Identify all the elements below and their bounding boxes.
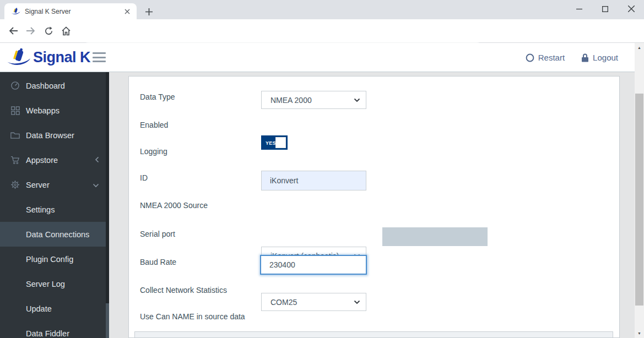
sidebar-label: Dashboard [26,81,65,90]
app-header: Signal K Restart Logout [0,43,635,72]
restart-icon [526,53,534,62]
forward-button[interactable] [22,22,40,40]
tab-title: Signal K Server [25,8,122,15]
tab-close-icon[interactable] [122,7,132,17]
signalk-logo[interactable]: Signal K [7,46,90,68]
serial-port-value: COM25 [270,298,297,307]
sidebar-item-webapps[interactable]: Webapps [0,98,106,123]
sidebar-item-dashboard[interactable]: Dashboard [0,73,106,98]
sidebar-item-settings[interactable]: Settings [0,197,106,222]
browser-toolbar: localhost:3000/admin/#/serverConfigurati… [0,19,644,43]
lock-icon [581,53,589,62]
gear-icon [10,180,20,189]
favicon-signalk-icon [11,7,20,15]
page-scrollbar[interactable]: ▲ ▼ [635,43,644,338]
sidebar-label: Settings [26,205,55,214]
data-type-label: Data Type [140,92,175,101]
main-content: Data Type NMEA 2000 Enabled YES Logging … [109,72,635,338]
sidebar-toggle-icon[interactable] [93,52,106,63]
refresh-button[interactable] [40,22,57,40]
chevron-down-icon [93,181,99,189]
minimize-button[interactable] [566,0,592,18]
data-type-value: NMEA 2000 [270,96,312,105]
sidebar: Dashboard Webapps Data Browser Appstore [0,72,109,338]
logging-label: Logging [140,147,167,156]
enabled-toggle[interactable]: YES [261,135,288,150]
brand-title: Signal K [33,49,90,66]
window-controls [566,0,644,19]
sidebar-item-server[interactable]: Server [0,172,106,197]
toggle-state-text: YES [266,140,276,146]
grid-icon [10,106,20,115]
sidebar-label: Data Connections [26,230,89,239]
logout-label: Logout [593,53,618,62]
browser-tab[interactable]: Signal K Server [4,3,137,19]
close-window-button[interactable] [618,0,644,18]
baud-rate-label: Baud Rate [140,258,176,266]
sidebar-item-update[interactable]: Update [0,296,106,321]
sidebar-item-server-log[interactable]: Server Log [0,271,106,296]
sidebar-item-data-browser[interactable]: Data Browser [0,123,106,148]
source-label: NMEA 2000 Source [140,201,208,210]
sidebar-label: Appstore [26,156,58,165]
restart-label: Restart [538,53,565,62]
sidebar-label: Server Log [26,280,65,288]
maximize-button[interactable] [592,0,618,18]
cart-icon [10,156,20,165]
sidebar-item-appstore[interactable]: Appstore [0,148,106,172]
select-chevron-icon [354,300,360,304]
sidebar-label: Data Fiddler [26,329,69,338]
sidebar-label: Plugin Config [26,255,73,264]
serial-port-label: Serial port [140,230,175,238]
can-name-label: Use Can NAME in source data [140,312,245,321]
baud-rate-input[interactable] [260,255,367,275]
next-section-panel [134,331,613,338]
sidebar-item-plugin-config[interactable]: Plugin Config [0,247,106,271]
sidebar-item-data-connections[interactable]: Data Connections [0,222,106,247]
back-button[interactable] [4,22,22,40]
toggle-knob [275,137,286,148]
sidebar-label: Update [26,304,52,313]
enabled-label: Enabled [140,121,168,129]
serial-port-select[interactable]: COM25 [261,293,366,311]
connection-form-card: Data Type NMEA 2000 Enabled YES Logging … [128,76,620,338]
sidebar-label: Data Browser [26,131,74,140]
new-tab-button[interactable] [142,5,155,18]
scroll-down-icon[interactable]: ▼ [635,329,644,338]
sidebar-label: Server [26,181,50,189]
network-stats-label: Collect Network Statistics [140,286,227,295]
select-chevron-icon [354,98,360,102]
sidebar-item-data-fiddler[interactable]: Data Fiddler [0,321,106,338]
data-type-select[interactable]: NMEA 2000 [261,91,366,109]
restart-button[interactable]: Restart [526,53,565,62]
logout-button[interactable]: Logout [581,53,618,62]
browser-titlebar: Signal K Server [0,0,644,19]
chevron-left-icon [95,156,99,165]
id-input[interactable] [261,171,366,190]
folder-icon [10,131,20,139]
sidebar-label: Webapps [26,106,59,115]
gauge-icon [10,81,20,90]
home-button[interactable] [57,22,75,40]
scroll-up-icon[interactable]: ▲ [635,43,644,52]
page-scroll-thumb[interactable] [635,94,643,306]
signalk-sail-icon [7,46,31,68]
screen: Signal K Server [0,0,644,338]
gray-placeholder-box [382,227,488,246]
id-label: ID [140,173,148,182]
